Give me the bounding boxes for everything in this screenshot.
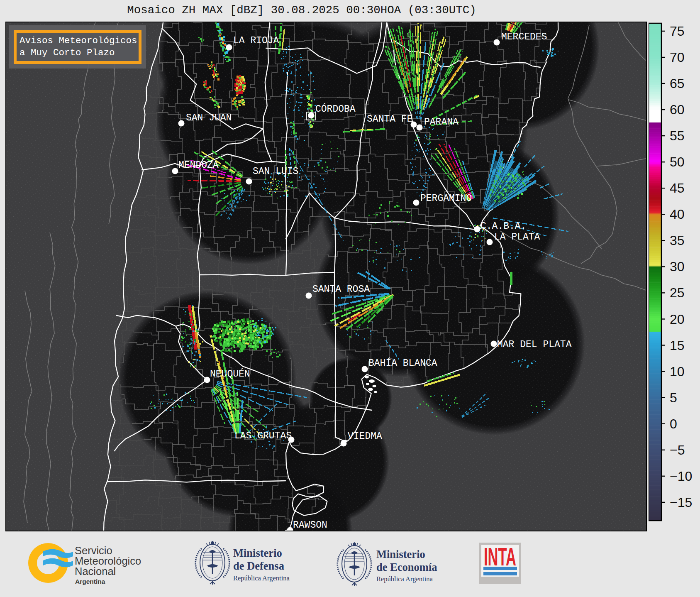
svg-text:75: 75 (670, 24, 685, 39)
svg-text:Argentina: Argentina (75, 578, 105, 585)
svg-text:45: 45 (670, 181, 685, 196)
svg-text:BAHÍA BLANCA: BAHÍA BLANCA (368, 357, 437, 369)
svg-text:0: 0 (670, 416, 677, 431)
svg-text:Nacional: Nacional (75, 565, 116, 577)
svg-text:SANTA ROSA: SANTA ROSA (312, 284, 370, 295)
svg-text:60: 60 (670, 102, 685, 117)
svg-text:de Defensa: de Defensa (233, 560, 284, 572)
svg-text:LAS GRUTAS: LAS GRUTAS (234, 431, 292, 441)
svg-text:20: 20 (670, 312, 685, 327)
svg-text:5: 5 (670, 390, 677, 405)
svg-text:15: 15 (670, 338, 685, 353)
svg-text:PERGAMINO: PERGAMINO (420, 193, 472, 204)
svg-text:MAR DEL PLATA: MAR DEL PLATA (497, 339, 572, 350)
svg-text:CÓRDOBA: CÓRDOBA (315, 103, 356, 115)
svg-text:SAN LUIS: SAN LUIS (253, 166, 298, 177)
svg-text:MENDOZA: MENDOZA (178, 160, 219, 171)
svg-text:−10: −10 (670, 469, 692, 484)
svg-text:50: 50 (670, 154, 685, 169)
svg-text:INTA: INTA (484, 542, 516, 571)
svg-text:MERCEDES: MERCEDES (501, 32, 547, 42)
svg-text:República Argentina: República Argentina (233, 574, 290, 582)
svg-text:10: 10 (670, 364, 685, 379)
svg-text:NEUQUÉN: NEUQUÉN (210, 368, 250, 379)
svg-text:Ministerio: Ministerio (233, 547, 282, 559)
svg-text:SAN JUAN: SAN JUAN (186, 113, 232, 123)
svg-text:55: 55 (670, 128, 685, 143)
svg-text:RAWSON: RAWSON (293, 520, 327, 531)
svg-text:SANTA FE: SANTA FE (367, 114, 412, 125)
svg-text:−5: −5 (670, 443, 685, 458)
svg-text:65: 65 (670, 76, 685, 91)
svg-text:C.A.B.A.: C.A.B.A. (480, 221, 526, 232)
svg-text:Servicio: Servicio (75, 545, 112, 556)
svg-text:25: 25 (670, 285, 685, 300)
svg-text:40: 40 (670, 207, 685, 222)
svg-text:LA PLATA: LA PLATA (494, 232, 540, 242)
svg-text:de Economía: de Economía (376, 561, 437, 573)
svg-text:LA RIOJA: LA RIOJA (233, 35, 279, 46)
svg-text:República Argentina: República Argentina (376, 575, 433, 583)
svg-text:70: 70 (670, 50, 685, 65)
svg-text:−15: −15 (670, 495, 692, 510)
svg-text:35: 35 (670, 233, 685, 248)
svg-text:PARANA: PARANA (424, 117, 459, 127)
svg-text:Ministerio: Ministerio (376, 548, 425, 560)
svg-text:30: 30 (670, 259, 685, 274)
svg-text:VIEDMA: VIEDMA (348, 431, 382, 442)
svg-text:Meteorológico: Meteorológico (75, 555, 141, 567)
